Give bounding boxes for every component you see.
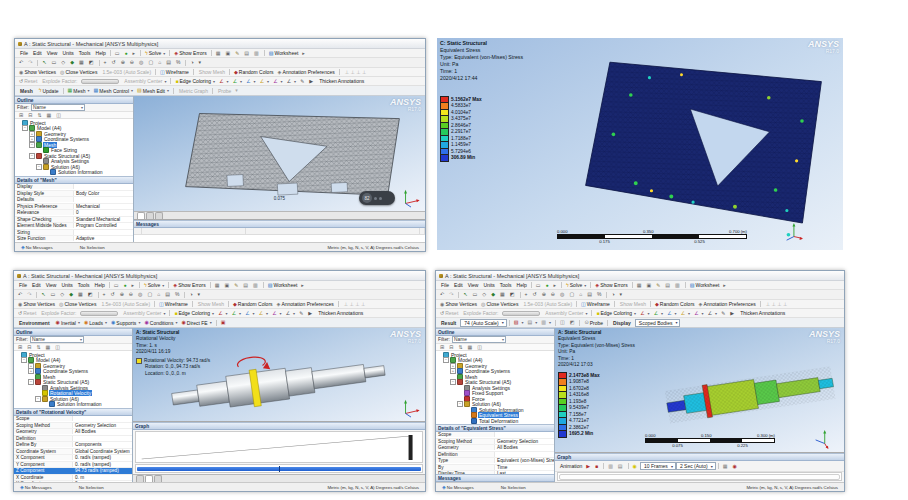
context-button[interactable]: Mesh [17, 88, 35, 94]
menu-item[interactable]: ✎ [654, 283, 663, 288]
toolbar-button[interactable] [458, 292, 459, 298]
toolbar-button[interactable]: ↺Reset [438, 310, 460, 316]
context-button[interactable] [509, 320, 510, 326]
menu-item[interactable]: ▣ [222, 283, 232, 288]
toolbar-button[interactable]: ◎Close Vertices [58, 69, 99, 75]
outline-tool-button[interactable]: ⊟ [26, 113, 35, 118]
toolbar-button[interactable]: ↺Reset [16, 310, 38, 316]
toolbar-button[interactable]: ∠ [271, 79, 285, 84]
toolbar-button[interactable] [502, 311, 540, 316]
toolbar-button[interactable]: ↶ [438, 292, 447, 297]
context-button[interactable]: ◫ [558, 320, 568, 325]
expand-icon[interactable] [464, 418, 470, 424]
menu-item[interactable]: Units [58, 282, 74, 288]
toolbar-button[interactable]: Thicken Annotations [315, 310, 365, 316]
toolbar-button[interactable]: 1.5e-003 (Auto Scale) [520, 301, 574, 307]
context-button[interactable]: Result [438, 320, 458, 326]
context-button[interactable] [63, 88, 64, 94]
toolbar-button[interactable]: ▭ [471, 292, 481, 297]
toolbar-button[interactable]: % [174, 60, 183, 65]
toolbar-button[interactable]: ⊕ [118, 292, 127, 297]
toolbar-button[interactable] [520, 292, 521, 298]
toolbar-button[interactable]: ∠ [243, 311, 257, 316]
toolbar-button[interactable]: Show Mesh [617, 301, 648, 307]
toolbar-button[interactable]: ◇ [59, 60, 68, 65]
context-button[interactable]: ◉Supports [109, 320, 142, 326]
toolbar-button[interactable]: ∠ [231, 79, 245, 84]
toolbar-button[interactable]: ↺ [108, 292, 117, 297]
toolbar-button[interactable]: ◆ [67, 292, 76, 297]
animation-button[interactable] [718, 463, 719, 469]
menu-item[interactable]: ▦ [214, 51, 224, 56]
toolbar-button[interactable]: ▾ [195, 292, 203, 297]
menu-item[interactable] [632, 282, 633, 288]
toolbar-button[interactable] [339, 69, 340, 75]
menu-item[interactable]: Units [480, 282, 496, 288]
toolbar-button[interactable]: ▢ [146, 60, 156, 65]
expand-icon[interactable] [42, 401, 48, 407]
menu-item[interactable]: View [465, 282, 481, 288]
menu-item[interactable]: ▧Worksheet [266, 282, 300, 288]
menu-item[interactable] [110, 50, 111, 56]
outline-tool-button[interactable]: ⇅ [34, 345, 43, 350]
expand-icon[interactable]: − [457, 401, 463, 407]
toolbar-button[interactable] [185, 60, 186, 66]
toolbar-button[interactable]: ◈Annotation Preferences [275, 301, 336, 307]
outline-tool-button[interactable]: ⇅ [35, 113, 44, 118]
expand-icon[interactable]: − [22, 125, 28, 131]
menu-item[interactable] [169, 50, 170, 56]
bottom-tab[interactable] [136, 475, 144, 482]
menu-item[interactable]: Edit [451, 282, 465, 288]
menu-item[interactable]: ▸ [299, 283, 307, 288]
outline-tool-button[interactable]: ⊞ [438, 345, 447, 350]
context-button[interactable]: ▧ [512, 320, 526, 325]
toolbar-button[interactable] [228, 301, 229, 307]
toolbar-button[interactable]: ✎ [719, 311, 728, 316]
toolbar-button[interactable]: ◉Show Vertices [438, 301, 479, 307]
menu-item[interactable]: ✎ [233, 51, 242, 56]
toolbar-button[interactable]: ↖ [40, 60, 49, 65]
toolbar-button[interactable]: ◉Show Vertices [17, 69, 58, 75]
toolbar-button[interactable]: Explode Factor: [39, 78, 79, 84]
menu-item[interactable]: ▸ [721, 283, 729, 288]
toolbar-button[interactable]: ∠ [665, 311, 679, 316]
menu-item[interactable]: ● [122, 283, 130, 288]
menu-item[interactable]: ▥ [252, 51, 262, 56]
toolbar-button[interactable]: ◑ [187, 292, 195, 297]
toolbar-button[interactable]: ◑ [609, 292, 617, 297]
toolbar-button[interactable]: ▶ [306, 311, 315, 316]
menu-item[interactable]: ▭ [113, 51, 123, 56]
toolbar-button[interactable] [36, 292, 37, 298]
menu-item[interactable]: ▧Worksheet [267, 50, 301, 56]
toolbar-button[interactable]: ∠ [284, 311, 298, 316]
menu-item[interactable]: ▸ [131, 51, 139, 56]
animation-button[interactable]: ▤ [616, 464, 626, 469]
toolbar-button[interactable]: ↺ [109, 60, 118, 65]
animation-button[interactable]: ◉ [631, 464, 640, 469]
toolbar-button[interactable]: ↖ [461, 292, 470, 297]
menu-item[interactable]: ◈Show Errors [593, 282, 629, 288]
menu-item[interactable] [109, 282, 110, 288]
outline-tool-button[interactable]: ◫ [54, 113, 64, 118]
menu-item[interactable] [561, 282, 562, 288]
toolbar-button[interactable]: ◎Close Vertices [479, 301, 520, 307]
toolbar-button[interactable]: ↶ [16, 292, 25, 297]
outline-tool-button[interactable]: ▦ [44, 345, 54, 350]
toolbar-button[interactable]: Assembly Center [542, 310, 589, 316]
view-tab[interactable] [146, 212, 154, 219]
toolbar-button[interactable]: ▤ [585, 292, 595, 297]
context-button[interactable]: ◩ [568, 320, 578, 325]
toolbar-button[interactable]: ▢ [567, 292, 577, 297]
menu-item[interactable]: ▥ [251, 283, 261, 288]
toolbar-button[interactable]: ⊥ ⊥ ⊥ ⊥ [341, 301, 368, 307]
context-button[interactable]: Metric Graph [176, 88, 210, 94]
context-button[interactable]: ▤ [526, 320, 540, 325]
toolbar-button[interactable]: ■Edge Coloring [594, 310, 638, 316]
menu-item[interactable]: ◈Show Errors [171, 282, 207, 288]
toolbar-button[interactable] [193, 69, 194, 75]
outline-tool-button[interactable]: ▦ [466, 345, 476, 350]
animation-button[interactable]: ▥ [606, 464, 616, 469]
toolbar-button[interactable]: Show Mesh [195, 301, 226, 307]
menu-item[interactable] [168, 282, 169, 288]
toolbar-button[interactable]: % [173, 292, 182, 297]
